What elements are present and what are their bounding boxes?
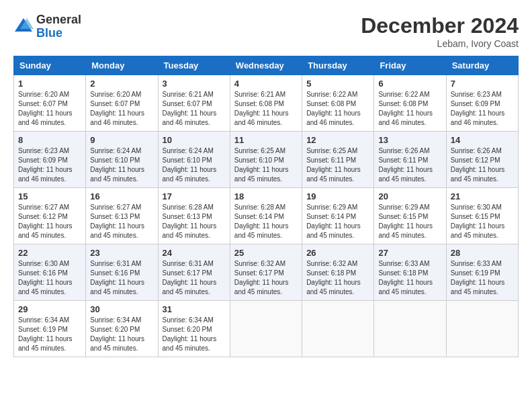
day-number: 29 [18,304,81,314]
logo-icon [13,17,34,37]
day-number: 20 [378,191,441,201]
day-info: Sunrise: 6:28 AMSunset: 6:14 PMDaylight:… [234,203,298,240]
calendar-cell: 16Sunrise: 6:27 AMSunset: 6:13 PMDayligh… [86,188,158,244]
day-info: Sunrise: 6:24 AMSunset: 6:10 PMDaylight:… [163,146,226,184]
day-number: 9 [90,135,153,145]
calendar-cell: 6Sunrise: 6:22 AMSunset: 6:08 PMDaylight… [374,75,446,132]
day-info: Sunrise: 6:29 AMSunset: 6:14 PMDaylight:… [306,203,369,240]
logo-general: General [36,13,81,27]
calendar-cell: 26Sunrise: 6:32 AMSunset: 6:18 PMDayligh… [302,244,374,301]
week-row-1: 1Sunrise: 6:20 AMSunset: 6:07 PMDaylight… [14,75,519,132]
day-number: 5 [306,79,369,89]
calendar-cell: 19Sunrise: 6:29 AMSunset: 6:14 PMDayligh… [302,188,374,244]
day-number: 22 [18,248,81,258]
calendar-cell: 22Sunrise: 6:30 AMSunset: 6:16 PMDayligh… [14,244,86,301]
day-number: 26 [306,248,369,258]
calendar-cell: 9Sunrise: 6:24 AMSunset: 6:10 PMDaylight… [86,132,158,188]
weekday-header-friday: Friday [374,56,446,75]
calendar-cell: 7Sunrise: 6:23 AMSunset: 6:09 PMDaylight… [446,75,518,132]
logo-blue: Blue [36,27,81,40]
week-row-2: 8Sunrise: 6:23 AMSunset: 6:09 PMDaylight… [14,132,519,188]
day-info: Sunrise: 6:34 AMSunset: 6:20 PMDaylight:… [163,316,226,353]
day-info: Sunrise: 6:34 AMSunset: 6:20 PMDaylight:… [90,316,153,353]
day-number: 8 [18,135,81,145]
day-info: Sunrise: 6:20 AMSunset: 6:07 PMDaylight:… [18,90,81,128]
calendar-cell: 12Sunrise: 6:25 AMSunset: 6:11 PMDayligh… [302,132,374,188]
calendar-cell: 4Sunrise: 6:21 AMSunset: 6:08 PMDaylight… [230,75,302,132]
calendar-cell: 5Sunrise: 6:22 AMSunset: 6:08 PMDaylight… [302,75,374,132]
calendar-cell: 2Sunrise: 6:20 AMSunset: 6:07 PMDaylight… [86,75,158,132]
day-number: 19 [306,191,369,201]
day-number: 30 [90,304,153,314]
calendar-cell: 24Sunrise: 6:31 AMSunset: 6:17 PMDayligh… [158,244,230,301]
day-number: 27 [378,248,441,258]
day-number: 16 [90,191,153,201]
day-info: Sunrise: 6:23 AMSunset: 6:09 PMDaylight:… [18,146,81,184]
week-row-4: 22Sunrise: 6:30 AMSunset: 6:16 PMDayligh… [14,244,519,301]
title-section: December 2024 Lebam, Ivory Coast [361,13,519,49]
calendar-cell: 31Sunrise: 6:34 AMSunset: 6:20 PMDayligh… [158,301,230,357]
weekday-header-tuesday: Tuesday [158,56,230,75]
day-info: Sunrise: 6:27 AMSunset: 6:12 PMDaylight:… [18,203,81,240]
day-info: Sunrise: 6:29 AMSunset: 6:15 PMDaylight:… [378,203,441,240]
day-number: 24 [163,248,226,258]
day-number: 13 [378,135,441,145]
day-number: 18 [234,191,298,201]
day-info: Sunrise: 6:24 AMSunset: 6:10 PMDaylight:… [90,146,153,184]
calendar-cell: 25Sunrise: 6:32 AMSunset: 6:17 PMDayligh… [230,244,302,301]
day-info: Sunrise: 6:33 AMSunset: 6:18 PMDaylight:… [378,259,441,297]
day-number: 23 [90,248,153,258]
month-title: December 2024 [361,13,519,38]
calendar-cell: 20Sunrise: 6:29 AMSunset: 6:15 PMDayligh… [374,188,446,244]
day-info: Sunrise: 6:25 AMSunset: 6:10 PMDaylight:… [234,146,298,184]
day-info: Sunrise: 6:22 AMSunset: 6:08 PMDaylight:… [378,90,441,128]
weekday-header-row: SundayMondayTuesdayWednesdayThursdayFrid… [14,56,519,75]
day-info: Sunrise: 6:33 AMSunset: 6:19 PMDaylight:… [451,259,514,297]
week-row-3: 15Sunrise: 6:27 AMSunset: 6:12 PMDayligh… [14,188,519,244]
calendar-cell: 28Sunrise: 6:33 AMSunset: 6:19 PMDayligh… [446,244,518,301]
day-info: Sunrise: 6:28 AMSunset: 6:13 PMDaylight:… [163,203,226,240]
day-info: Sunrise: 6:26 AMSunset: 6:11 PMDaylight:… [378,146,441,184]
calendar-cell: 1Sunrise: 6:20 AMSunset: 6:07 PMDaylight… [14,75,86,132]
day-info: Sunrise: 6:21 AMSunset: 6:07 PMDaylight:… [163,90,226,128]
calendar-cell: 10Sunrise: 6:24 AMSunset: 6:10 PMDayligh… [158,132,230,188]
calendar-cell: 13Sunrise: 6:26 AMSunset: 6:11 PMDayligh… [374,132,446,188]
calendar-table: SundayMondayTuesdayWednesdayThursdayFrid… [13,56,519,357]
day-number: 1 [18,79,81,89]
weekday-header-wednesday: Wednesday [230,56,302,75]
day-number: 10 [163,135,226,145]
calendar-cell: 27Sunrise: 6:33 AMSunset: 6:18 PMDayligh… [374,244,446,301]
day-number: 11 [234,135,298,145]
weekday-header-sunday: Sunday [14,56,86,75]
day-number: 15 [18,191,81,201]
day-number: 2 [90,79,153,89]
weekday-header-thursday: Thursday [302,56,374,75]
calendar-cell [374,301,446,357]
day-info: Sunrise: 6:30 AMSunset: 6:16 PMDaylight:… [18,259,81,297]
calendar-cell: 15Sunrise: 6:27 AMSunset: 6:12 PMDayligh… [14,188,86,244]
day-info: Sunrise: 6:32 AMSunset: 6:18 PMDaylight:… [306,259,369,297]
calendar-cell: 17Sunrise: 6:28 AMSunset: 6:13 PMDayligh… [158,188,230,244]
day-info: Sunrise: 6:25 AMSunset: 6:11 PMDaylight:… [306,146,369,184]
day-info: Sunrise: 6:30 AMSunset: 6:15 PMDaylight:… [451,203,514,240]
day-number: 25 [234,248,298,258]
day-info: Sunrise: 6:20 AMSunset: 6:07 PMDaylight:… [90,90,153,128]
location: Lebam, Ivory Coast [361,38,519,49]
calendar-cell: 30Sunrise: 6:34 AMSunset: 6:20 PMDayligh… [86,301,158,357]
day-number: 4 [234,79,298,89]
day-info: Sunrise: 6:34 AMSunset: 6:19 PMDaylight:… [18,316,81,353]
day-number: 17 [163,191,226,201]
week-row-5: 29Sunrise: 6:34 AMSunset: 6:19 PMDayligh… [14,301,519,357]
day-info: Sunrise: 6:31 AMSunset: 6:17 PMDaylight:… [163,259,226,297]
day-info: Sunrise: 6:27 AMSunset: 6:13 PMDaylight:… [90,203,153,240]
day-number: 3 [163,79,226,89]
day-number: 7 [451,79,514,89]
calendar-cell [230,301,302,357]
day-number: 21 [451,191,514,201]
day-number: 28 [451,248,514,258]
day-number: 31 [163,304,226,314]
day-info: Sunrise: 6:22 AMSunset: 6:08 PMDaylight:… [306,90,369,128]
day-info: Sunrise: 6:21 AMSunset: 6:08 PMDaylight:… [234,90,298,128]
calendar-cell [302,301,374,357]
calendar-cell: 11Sunrise: 6:25 AMSunset: 6:10 PMDayligh… [230,132,302,188]
